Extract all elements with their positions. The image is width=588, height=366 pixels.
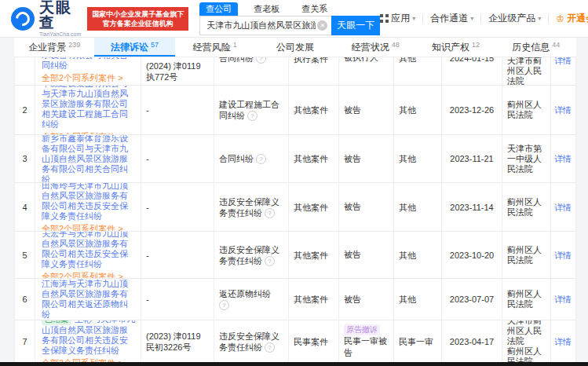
- detail-cell: 详情: [551, 135, 575, 182]
- party-role: 被告: [339, 279, 394, 320]
- nav-apps[interactable]: 应用 ▾: [380, 12, 415, 25]
- case-row: 2中颢建设集团有限公司与天津市九山顶自然风景区旅游服务有限公司相关建设工程施工合…: [15, 86, 575, 135]
- tab-5[interactable]: 经营状况48: [335, 38, 415, 57]
- tab-3[interactable]: 经营风险1: [175, 38, 255, 57]
- role-text: 被告: [344, 250, 361, 259]
- role-text: 被执行人: [344, 57, 378, 62]
- case-cause: 违反安全保障义务责任纠纷 ?: [214, 320, 289, 362]
- role-text: 被告: [344, 154, 361, 163]
- case-type: 其他案件: [289, 183, 339, 231]
- help-icon[interactable]: ?: [247, 111, 257, 121]
- court-line: 天津市蓟州区人民法院: [507, 320, 546, 346]
- series-cases-link[interactable]: 全部2个同系列案件 >: [42, 272, 136, 279]
- detail-link[interactable]: 详情: [554, 251, 572, 260]
- detail-link[interactable]: 详情: [554, 105, 572, 115]
- case-name: 关宏宇与天津市九山顶自然风景区旅游服务有限公司相关违反安全保障义务责任纠纷全部2…: [35, 232, 141, 278]
- search-tab-company[interactable]: 查公司: [199, 2, 238, 16]
- detail-link[interactable]: 详情: [554, 295, 572, 304]
- case-name-link[interactable]: 王彬与天津市九山顶自然风景区旅游服务有限公司相关违反安全保障义务责任纠纷: [42, 320, 135, 355]
- search-area: 查公司 查老板 查关系 ✕ 天眼一下: [199, 2, 380, 35]
- help-icon[interactable]: ?: [265, 342, 275, 353]
- nav-enterprise[interactable]: 企业级产品 ▾: [488, 12, 541, 25]
- tab-label: 经营状况: [352, 41, 389, 54]
- series-cases-link[interactable]: 全部2个同系列案件 >: [42, 132, 136, 135]
- search-tab-relation[interactable]: 查关系: [295, 2, 334, 16]
- tab-count: 12: [472, 41, 480, 49]
- tianyancha-logo[interactable]: 天眼查 TianYanCha.com: [11, 0, 81, 37]
- case-cause: 合同纠纷 ?: [214, 135, 289, 182]
- detail-link[interactable]: 详情: [554, 154, 572, 163]
- case-name-link[interactable]: 新乡市鑫泰体育游乐设备有限公司与天津市九山顶自然风景区旅游服务有限公司相关合同纠…: [42, 135, 128, 182]
- case-cause: 违反安全保障义务责任纠纷 ?: [214, 183, 289, 231]
- case-name-link[interactable]: 乐设备有限公司相关合同纠纷: [42, 57, 128, 70]
- case-number: -: [141, 232, 214, 278]
- help-icon[interactable]: ?: [256, 57, 266, 64]
- series-cases-link[interactable]: 全部2个同系列案件 >: [42, 224, 136, 232]
- legal-cases-table: 1乐设备有限公司相关合同纠纷全部2个同系列案件 >(2024) 津0119执77…: [14, 57, 576, 363]
- help-icon[interactable]: ?: [265, 208, 275, 218]
- party-role: 原告撤诉民事一审被告: [339, 320, 394, 362]
- apps-grid-icon: [380, 14, 389, 23]
- court-name: 天津市蓟州区人民法院: [502, 57, 551, 85]
- court-line: 天津市蓟州区人民法院: [507, 57, 546, 85]
- help-icon[interactable]: ?: [219, 300, 229, 310]
- help-icon[interactable]: ?: [256, 154, 266, 164]
- tab-count: 57: [151, 41, 159, 49]
- case-row: 5关宏宇与天津市九山顶自然风景区旅游服务有限公司相关违反安全保障义务责任纠纷全部…: [15, 232, 575, 279]
- cause-text: 合同纠纷: [219, 154, 256, 163]
- detail-link[interactable]: 详情: [554, 337, 572, 346]
- tab-label: 历史信息: [512, 41, 550, 54]
- case-type: 其他案件: [289, 279, 339, 320]
- detail-link[interactable]: 详情: [554, 203, 572, 212]
- detail-cell: 详情: [551, 232, 575, 278]
- company-detail-content: 企业背景239法律诉讼57经营风险1公司发展经营状况48知识产权12历史信息44…: [14, 38, 576, 363]
- case-number: -: [141, 279, 214, 320]
- role-text: 被告: [344, 105, 361, 115]
- detail-cell: 详情: [551, 183, 575, 231]
- case-type: 其他案件: [289, 135, 339, 182]
- case-cause: 返还原物纠纷 ?: [214, 279, 289, 320]
- detail-link[interactable]: 详情: [554, 57, 572, 65]
- tab-6[interactable]: 知识产权12: [415, 38, 495, 57]
- search-tab-boss[interactable]: 查老板: [247, 2, 286, 16]
- detail-cell: 详情: [551, 320, 575, 362]
- search-button[interactable]: 天眼一下: [331, 16, 380, 35]
- nav-partner[interactable]: 合作通道 ▾: [430, 12, 473, 25]
- case-name-link[interactable]: 田海玲与天津市九山顶自然风景区旅游服务有限公司相关违反安全保障义务责任纠纷: [42, 183, 128, 221]
- court-name: 天津市蓟州区人民法院蓟州区人民法院: [502, 320, 551, 362]
- tab-label: 经营风险: [193, 41, 231, 54]
- chevron-down-icon: ▾: [470, 15, 473, 22]
- case-name-link[interactable]: 中颢建设集团有限公司与天津市九山顶自然风景区旅游服务有限公司相关建设工程施工合同…: [42, 86, 128, 129]
- filing-date: 2023-07-07: [442, 279, 502, 320]
- party-role: 被告: [339, 86, 394, 134]
- case-name: 已结案王彬与天津市九山顶自然风景区旅游服务有限公司相关违反安全保障义务责任纠纷全…: [35, 320, 141, 362]
- court-name: 蓟州区人民法院: [502, 86, 551, 134]
- help-icon[interactable]: ?: [265, 256, 275, 266]
- case-row: 7已结案王彬与天津市九山顶自然风景区旅游服务有限公司相关违反安全保障义务责任纠纷…: [15, 320, 575, 363]
- case-seq: 6: [15, 279, 35, 320]
- filing-date: 2024-01-15: [442, 57, 502, 85]
- tab-4[interactable]: 公司发展: [255, 38, 335, 57]
- search-input[interactable]: [199, 16, 331, 35]
- case-seq: 2: [15, 86, 35, 134]
- filing-date: 2023-04-17: [442, 320, 502, 362]
- tab-1[interactable]: 企业背景239: [14, 38, 94, 57]
- case-name-link[interactable]: 关宏宇与天津市九山顶自然风景区旅游服务有限公司相关违反安全保障义务责任纠纷: [42, 232, 128, 269]
- tab-label: 法律诉讼: [111, 41, 148, 54]
- series-cases-link[interactable]: 全部2个同系列案件 >: [42, 73, 136, 83]
- nav-vip[interactable]: ♔ 开通会员 ▾: [556, 12, 588, 25]
- trial-procedure: 其他: [394, 183, 442, 231]
- case-seq: 7: [15, 320, 35, 362]
- case-type: 民事案件: [289, 320, 339, 362]
- filing-date: 2023-11-21: [442, 135, 502, 182]
- nav-divider: [548, 14, 549, 24]
- case-row: 1乐设备有限公司相关合同纠纷全部2个同系列案件 >(2024) 津0119执77…: [15, 57, 575, 86]
- tab-2[interactable]: 法律诉讼57: [94, 38, 174, 57]
- role-text: 被告: [344, 202, 361, 211]
- case-name: 新乡市鑫泰体育游乐设备有限公司与天津市九山顶自然风景区旅游服务有限公司相关合同纠…: [35, 135, 141, 182]
- clear-input-icon[interactable]: ✕: [317, 20, 327, 31]
- case-name-link[interactable]: 江海涛与天津市九山顶自然风景区旅游服务有限公司相关返还原物纠纷: [42, 279, 128, 319]
- tab-count: 239: [68, 41, 80, 49]
- tab-7[interactable]: 历史信息44: [496, 38, 576, 57]
- case-seq: 5: [15, 232, 35, 278]
